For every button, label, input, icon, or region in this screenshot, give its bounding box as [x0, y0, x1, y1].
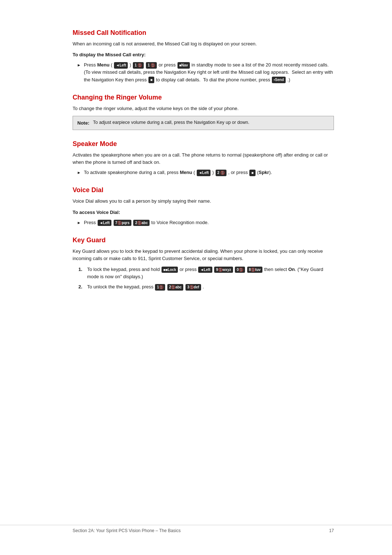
- missed-call-subsection-label: To display the Missed Call entry:: [73, 51, 334, 58]
- key-guard-item-1-text: To lock the keypad, press and hold ■■Loc…: [87, 266, 334, 280]
- ringer-volume-body: To change the ringer volume, adjust the …: [73, 105, 334, 130]
- key-guard-item-2: 2. To unlock the the keypad, press 1📵 2📵…: [78, 283, 334, 291]
- voice-dial-section: Voice Dial Voice Dial allows you to call…: [73, 186, 334, 226]
- item-number-2: 2.: [78, 283, 84, 291]
- missed-call-body: When an incoming call is not answered, t…: [73, 40, 334, 84]
- key-guard-numbered-list: 1. To lock the keypad, press and hold ■■…: [78, 266, 334, 291]
- missed-call-section: Missed Call Notification When an incomin…: [73, 29, 334, 84]
- note-text: To adjust earpiece volume during a call,…: [93, 119, 249, 126]
- ringer-volume-title: Changing the Ringer Volume: [73, 94, 334, 101]
- key-guard-item-2-text: To unlock the the keypad, press 1📵 2📵abc…: [87, 283, 204, 291]
- bullet-arrow-icon-2: ►: [77, 170, 81, 176]
- voice-dial-body: Voice Dial allows you to call a person b…: [73, 198, 334, 226]
- key-left4-badge: ◄Left: [198, 267, 212, 273]
- speaker-mode-section: Speaker Mode Activates the speakerphone …: [73, 140, 334, 176]
- key-nav-badge: ■Nav: [177, 62, 190, 69]
- key-0-badge: 0📵: [235, 267, 245, 273]
- key-guard-body: Key Guard allows you to lock the keypad …: [73, 248, 334, 291]
- key-1c-badge: 1📵: [155, 284, 165, 291]
- key-guard-item-1: 1. To lock the keypad, press and hold ■■…: [78, 266, 334, 280]
- note-box: Note: To adjust earpiece volume during a…: [73, 116, 334, 130]
- note-label: Note:: [77, 119, 89, 127]
- key-left3-badge: ◄Left: [98, 220, 111, 226]
- key-left-badge: ◄Left: [114, 62, 128, 69]
- missed-call-bullet: ► Press Menu ( ◄Left ) 1 📵 1 📵 or press …: [77, 61, 334, 83]
- key-ok2-badge: ■: [249, 170, 255, 176]
- key-2b-badge: 2📵abc: [133, 220, 150, 226]
- key-guard-section: Key Guard Key Guard allows you to lock t…: [73, 236, 334, 291]
- bullet-arrow-icon-3: ►: [77, 220, 81, 226]
- speaker-mode-bullet-text: To activate speakerphone during a call, …: [84, 169, 272, 176]
- missed-call-bullet-text: Press Menu ( ◄Left ) 1 📵 1 📵 or press ■N…: [84, 61, 334, 83]
- voice-dial-bullet-text: Press ◄Left 7📵pqrs 2📵abc to Voice Recogn…: [84, 219, 209, 226]
- key-send-badge: ▪Send: [272, 77, 286, 83]
- page-footer: Section 2A: Your Sprint PCS Vision Phone…: [0, 525, 392, 533]
- key-1-badge: 1 📵: [133, 62, 144, 69]
- key-left2-badge: ◄Left: [197, 170, 211, 176]
- key-lock-badge: ■■Lock: [162, 267, 178, 273]
- key-1b-badge: 1 📵: [146, 62, 157, 69]
- ringer-volume-section: Changing the Ringer Volume To change the…: [73, 94, 334, 130]
- key-7-badge: 7📵pqrs: [114, 220, 131, 226]
- voice-dial-title: Voice Dial: [73, 186, 334, 194]
- key-ok-badge: ■: [148, 77, 154, 83]
- key-8-badge: 8📵tuv: [247, 267, 263, 273]
- footer-left-text: Section 2A: Your Sprint PCS Vision Phone…: [73, 528, 181, 533]
- key-guard-title: Key Guard: [73, 236, 334, 244]
- item-number-1: 1.: [78, 266, 84, 273]
- speaker-mode-title: Speaker Mode: [73, 140, 334, 148]
- voice-dial-bullet: ► Press ◄Left 7📵pqrs 2📵abc to Voice Reco…: [77, 219, 334, 226]
- speaker-mode-body: Activates the speakerphone when you are …: [73, 151, 334, 176]
- key-9-badge: 9📵wxyz: [214, 267, 233, 273]
- voice-dial-subsection-label: To access Voice Dial:: [73, 209, 334, 216]
- footer-page-number: 17: [329, 528, 334, 533]
- bullet-arrow-icon: ►: [77, 62, 81, 68]
- missed-call-title: Missed Call Notification: [73, 29, 334, 37]
- key-3-badge: 3📵def: [185, 284, 201, 291]
- speaker-mode-bullet: ► To activate speakerphone during a call…: [77, 169, 334, 176]
- key-2c-badge: 2📵abc: [167, 284, 184, 291]
- key-2-badge: 2 📵: [216, 170, 226, 176]
